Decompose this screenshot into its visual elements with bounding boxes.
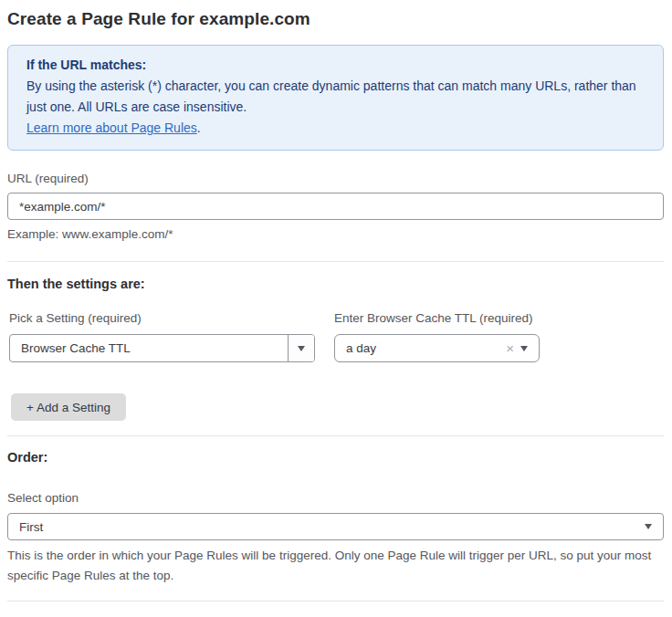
- setting-picker-column: Pick a Setting (required) Browser Cache …: [9, 310, 315, 362]
- ttl-picker-arrow[interactable]: [520, 346, 539, 351]
- chevron-down-icon: [298, 346, 305, 351]
- ttl-picker-column: Enter Browser Cache TTL (required) a day…: [334, 310, 540, 362]
- setting-picker-value: Browser Cache TTL: [10, 341, 288, 355]
- page-title: Create a Page Rule for example.com: [7, 9, 664, 29]
- chevron-down-icon: [645, 524, 652, 529]
- info-body: By using the asterisk (*) character, you…: [26, 76, 645, 118]
- add-setting-wrap: + Add a Setting: [11, 393, 664, 421]
- order-select[interactable]: First: [7, 513, 664, 540]
- order-select-label: Select option: [7, 490, 664, 506]
- learn-more-link[interactable]: Learn more about Page Rules: [26, 120, 197, 135]
- url-input[interactable]: [7, 193, 664, 220]
- ttl-picker-select[interactable]: a day ×: [334, 334, 540, 362]
- add-setting-button[interactable]: + Add a Setting: [11, 393, 126, 421]
- info-heading: If the URL matches:: [26, 55, 645, 76]
- url-match-info-callout: If the URL matches: By using the asteris…: [7, 45, 664, 151]
- ttl-picker-label: Enter Browser Cache TTL (required): [334, 310, 540, 326]
- url-field-label: URL (required): [7, 171, 664, 186]
- setting-picker-label: Pick a Setting (required): [9, 310, 315, 326]
- ttl-picker-value: a day: [335, 341, 506, 355]
- clear-icon[interactable]: ×: [506, 341, 520, 355]
- order-select-value: First: [8, 520, 645, 534]
- setting-picker-arrow-cell[interactable]: [288, 335, 314, 361]
- divider: [7, 261, 664, 262]
- url-example-text: Example: www.example.com/*: [7, 226, 664, 242]
- setting-picker-select[interactable]: Browser Cache TTL: [9, 334, 315, 362]
- divider: [7, 435, 664, 436]
- info-link-line: Learn more about Page Rules.: [26, 118, 645, 139]
- divider: [7, 601, 664, 601]
- settings-section-heading: Then the settings are:: [7, 277, 664, 291]
- order-section-heading: Order:: [7, 450, 664, 465]
- settings-row: Pick a Setting (required) Browser Cache …: [9, 310, 664, 362]
- order-select-arrow[interactable]: [645, 524, 663, 529]
- order-help-text: This is the order in which your Page Rul…: [7, 546, 657, 586]
- info-link-suffix: .: [197, 120, 201, 135]
- chevron-down-icon: [520, 346, 528, 351]
